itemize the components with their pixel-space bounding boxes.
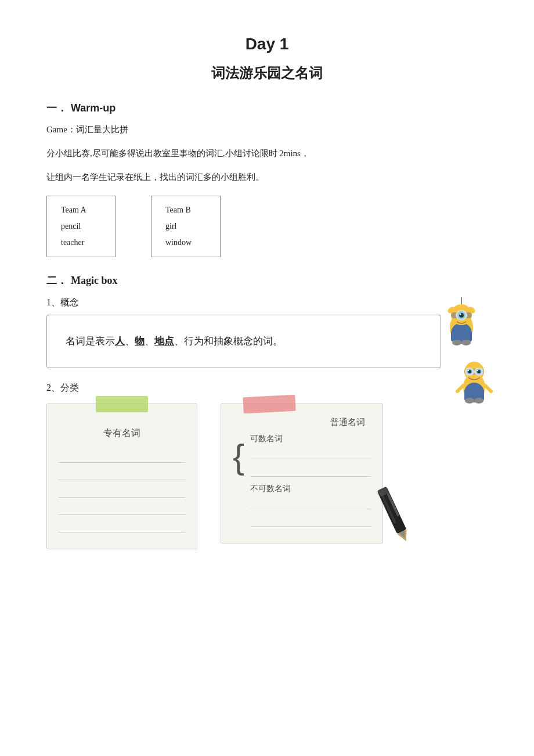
team-b-item2: window bbox=[165, 235, 206, 251]
minion-decoration bbox=[418, 297, 493, 390]
concept-place: 地点 bbox=[154, 336, 174, 347]
card-left-lines bbox=[59, 450, 185, 532]
team-a-item1: pencil bbox=[61, 218, 102, 235]
classify-section: 2、分类 专有名词 普通名词 { 可数名词 bbox=[46, 382, 488, 549]
team-a-item2: teacher bbox=[61, 235, 102, 251]
uncountable-lines bbox=[250, 496, 371, 527]
card-left: 专有名词 bbox=[46, 404, 197, 549]
concept-sep1: 、 bbox=[125, 336, 135, 347]
countable-line-1 bbox=[250, 447, 371, 459]
card-line-4 bbox=[59, 502, 185, 515]
uncountable-line-1 bbox=[250, 496, 371, 509]
concept-text-prefix: 名词是表示 bbox=[66, 336, 115, 347]
team-b-item1: girl bbox=[165, 218, 206, 235]
team-b-header: Team B bbox=[165, 202, 206, 218]
countable-lines bbox=[250, 447, 371, 477]
section1-header: 一． Warm-up bbox=[46, 101, 488, 115]
svg-point-26 bbox=[477, 370, 478, 371]
section2-number: 二． bbox=[46, 273, 67, 287]
concept-sep3: 、 bbox=[174, 336, 184, 347]
minion-bottom-svg bbox=[456, 355, 493, 408]
card-right: 普通名词 { 可数名词 不可数名词 bbox=[221, 404, 383, 543]
svg-point-11 bbox=[460, 314, 461, 315]
countable-noun-label: 可数名词 bbox=[250, 434, 371, 444]
svg-line-27 bbox=[457, 386, 463, 391]
day-title: Day 1 bbox=[46, 35, 488, 53]
section1-bold: Warm-up bbox=[71, 102, 116, 114]
countable-line-2 bbox=[250, 464, 371, 477]
game-description-line2: 让组内一名学生记录在纸上，找出的词汇多的小组胜利。 bbox=[46, 170, 488, 185]
main-title: 词法游乐园之名词 bbox=[46, 64, 488, 82]
card-right-items: 可数名词 不可数名词 bbox=[250, 434, 371, 534]
concept-sep2: 、 bbox=[145, 336, 154, 347]
svg-rect-5 bbox=[451, 331, 472, 341]
team-a-box: Team A pencil teacher bbox=[46, 196, 116, 257]
team-a-header: Team A bbox=[61, 202, 102, 218]
card-left-label: 专有名词 bbox=[59, 427, 185, 440]
concept-box: 名词是表示人、物、地点、行为和抽象概念的词。 bbox=[46, 315, 441, 368]
concept-person: 人 bbox=[115, 336, 125, 347]
concept-text-mid: 行为和抽象概念的词。 bbox=[184, 336, 283, 347]
card-left-tape bbox=[96, 396, 148, 412]
game-description-line1: 分小组比赛,尽可能多得说出教室里事物的词汇,小组讨论限时 2mins， bbox=[46, 146, 488, 161]
svg-point-12 bbox=[452, 340, 461, 345]
team-b-box: Team B girl window bbox=[151, 196, 221, 257]
uncountable-line-2 bbox=[250, 514, 371, 527]
card-right-tape bbox=[243, 395, 295, 414]
svg-line-28 bbox=[485, 386, 491, 391]
card-line-5 bbox=[59, 520, 185, 532]
card-line-1 bbox=[59, 450, 185, 463]
svg-point-30 bbox=[474, 398, 484, 404]
teams-row: Team A pencil teacher Team B girl window bbox=[46, 196, 488, 257]
card-right-wrapper: 普通名词 { 可数名词 不可数名词 bbox=[221, 404, 395, 543]
card-right-middle: { 可数名词 不可数名词 bbox=[233, 434, 371, 534]
card-line-3 bbox=[59, 485, 185, 498]
minion-top-svg bbox=[441, 297, 482, 352]
concept-box-wrapper: 名词是表示人、物、地点、行为和抽象概念的词。 bbox=[46, 315, 488, 368]
section1-number: 一． bbox=[46, 101, 67, 115]
section2-bold: Magic box bbox=[71, 275, 118, 287]
concept-thing: 物 bbox=[135, 336, 145, 347]
card-line-2 bbox=[59, 467, 185, 480]
card-right-top-label: 普通名词 bbox=[233, 417, 371, 428]
section2-header: 二． Magic box bbox=[46, 273, 488, 287]
svg-point-29 bbox=[465, 398, 474, 404]
svg-point-13 bbox=[461, 340, 471, 345]
svg-point-22 bbox=[468, 370, 469, 371]
brace-symbol: { bbox=[233, 440, 244, 474]
classify-cards: 专有名词 普通名词 { 可数名词 bbox=[46, 404, 488, 549]
uncountable-noun-label: 不可数名词 bbox=[250, 484, 371, 494]
game-label: Game：词汇量大比拼 bbox=[46, 122, 488, 138]
